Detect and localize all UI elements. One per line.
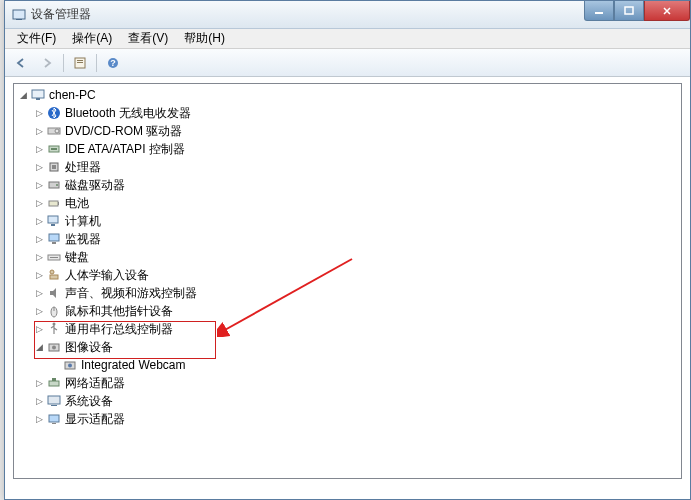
svg-rect-20	[49, 201, 58, 206]
menu-file[interactable]: 文件(F)	[11, 28, 62, 49]
tree-node-display[interactable]: ▷ 显示适配器	[14, 410, 681, 428]
expand-icon[interactable]: ▷	[32, 142, 46, 156]
expand-icon[interactable]: ▷	[32, 268, 46, 282]
svg-rect-1	[16, 19, 22, 20]
tree-node-system[interactable]: ▷ 系统设备	[14, 392, 681, 410]
svg-text:?: ?	[110, 58, 116, 68]
expand-icon[interactable]: ▷	[32, 232, 46, 246]
menu-action[interactable]: 操作(A)	[66, 28, 118, 49]
back-button[interactable]	[9, 52, 33, 74]
svg-rect-27	[50, 257, 58, 258]
webcam-icon	[62, 357, 78, 373]
svg-rect-17	[52, 165, 56, 169]
device-tree[interactable]: ◢ chen-PC ▷ Bluetooth 无线电收发器 ▷ DVD/CD-RO…	[13, 83, 682, 479]
app-icon	[11, 7, 27, 23]
tree-root[interactable]: ◢ chen-PC	[14, 86, 681, 104]
hid-icon	[46, 267, 62, 283]
expand-icon[interactable]: ▷	[32, 376, 46, 390]
svg-rect-40	[51, 405, 57, 406]
collapse-icon[interactable]: ◢	[32, 340, 46, 354]
svg-rect-0	[13, 10, 25, 19]
node-label: 键盘	[65, 249, 89, 266]
svg-point-32	[53, 323, 56, 326]
expand-icon[interactable]: ▷	[32, 196, 46, 210]
expand-icon[interactable]: ▷	[32, 394, 46, 408]
node-label: 磁盘驱动器	[65, 177, 125, 194]
expand-icon[interactable]: ▷	[32, 124, 46, 138]
close-button[interactable]	[644, 1, 690, 21]
tree-node-webcam[interactable]: Integrated Webcam	[14, 356, 681, 374]
expand-icon[interactable]: ▷	[32, 106, 46, 120]
node-label: 处理器	[65, 159, 101, 176]
svg-rect-9	[32, 90, 44, 98]
svg-rect-22	[48, 216, 58, 223]
tree-node-sound[interactable]: ▷ 声音、视频和游戏控制器	[14, 284, 681, 302]
tree-node-imaging[interactable]: ◢ 图像设备	[14, 338, 681, 356]
sound-icon	[46, 285, 62, 301]
titlebar: 设备管理器	[5, 1, 690, 29]
node-label: 系统设备	[65, 393, 113, 410]
svg-rect-37	[49, 381, 59, 386]
node-label: 人体学输入设备	[65, 267, 149, 284]
maximize-button[interactable]	[614, 1, 644, 21]
tree-node-usb[interactable]: ▷ 通用串行总线控制器	[14, 320, 681, 338]
expand-icon[interactable]: ▷	[32, 250, 46, 264]
tree-node-computer[interactable]: ▷ 计算机	[14, 212, 681, 230]
node-label: chen-PC	[49, 88, 96, 102]
tree-node-network[interactable]: ▷ 网络适配器	[14, 374, 681, 392]
svg-point-36	[68, 364, 72, 368]
tree-node-ide[interactable]: ▷ IDE ATA/ATAPI 控制器	[14, 140, 681, 158]
network-icon	[46, 375, 62, 391]
menu-view[interactable]: 查看(V)	[122, 28, 174, 49]
node-label: 监视器	[65, 231, 101, 248]
tree-node-cpu[interactable]: ▷ 处理器	[14, 158, 681, 176]
keyboard-icon	[46, 249, 62, 265]
tree-node-dvd[interactable]: ▷ DVD/CD-ROM 驱动器	[14, 122, 681, 140]
node-label: 图像设备	[65, 339, 113, 356]
tree-node-bluetooth[interactable]: ▷ Bluetooth 无线电收发器	[14, 104, 681, 122]
battery-icon	[46, 195, 62, 211]
tree-node-mouse[interactable]: ▷ 鼠标和其他指针设备	[14, 302, 681, 320]
node-label: IDE ATA/ATAPI 控制器	[65, 141, 185, 158]
display-adapter-icon	[46, 411, 62, 427]
svg-rect-10	[36, 98, 40, 100]
svg-point-34	[52, 346, 56, 350]
tree-node-keyboard[interactable]: ▷ 键盘	[14, 248, 681, 266]
forward-button[interactable]	[35, 52, 59, 74]
usb-icon	[46, 321, 62, 337]
svg-point-28	[50, 270, 54, 274]
expand-icon[interactable]: ▷	[32, 304, 46, 318]
expand-icon[interactable]: ▷	[32, 412, 46, 426]
svg-rect-39	[48, 396, 60, 404]
node-label: 鼠标和其他指针设备	[65, 303, 173, 320]
tree-node-hid[interactable]: ▷ 人体学输入设备	[14, 266, 681, 284]
help-button[interactable]: ?	[101, 52, 125, 74]
tree-node-disk[interactable]: ▷ 磁盘驱动器	[14, 176, 681, 194]
collapse-icon[interactable]: ◢	[16, 88, 30, 102]
node-label: 通用串行总线控制器	[65, 321, 173, 338]
svg-rect-15	[51, 148, 57, 150]
tree-node-battery[interactable]: ▷ 电池	[14, 194, 681, 212]
properties-button[interactable]	[68, 52, 92, 74]
toolbar: ?	[5, 49, 690, 77]
tree-node-monitor[interactable]: ▷ 监视器	[14, 230, 681, 248]
bluetooth-icon	[46, 105, 62, 121]
svg-rect-24	[49, 234, 59, 241]
svg-rect-42	[52, 423, 56, 424]
menu-help[interactable]: 帮助(H)	[178, 28, 231, 49]
computer-icon	[46, 213, 62, 229]
system-device-icon	[46, 393, 62, 409]
expand-icon[interactable]: ▷	[32, 214, 46, 228]
toolbar-separator	[63, 54, 64, 72]
expand-icon[interactable]: ▷	[32, 286, 46, 300]
svg-rect-21	[58, 202, 59, 205]
camera-icon	[46, 339, 62, 355]
node-label: Integrated Webcam	[81, 358, 186, 372]
svg-rect-25	[52, 242, 56, 244]
expand-icon[interactable]: ▷	[32, 178, 46, 192]
disc-drive-icon	[46, 123, 62, 139]
minimize-button[interactable]	[584, 1, 614, 21]
node-label: 电池	[65, 195, 89, 212]
expand-icon[interactable]: ▷	[32, 322, 46, 336]
expand-icon[interactable]: ▷	[32, 160, 46, 174]
